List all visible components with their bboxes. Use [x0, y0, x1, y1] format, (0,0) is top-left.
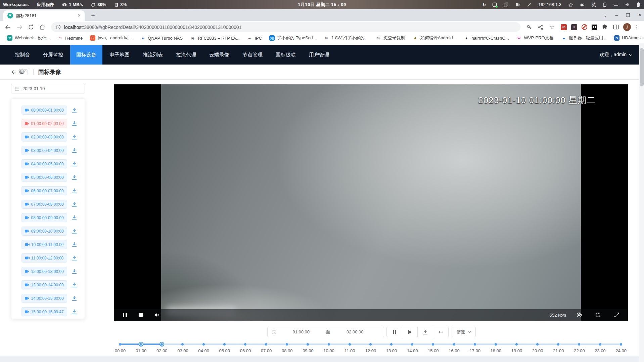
- tray-app-b-icon[interactable]: b: [480, 0, 488, 9]
- bookmark-item[interactable]: ≋ Webstack - 设计...: [4, 34, 53, 42]
- nav-tab[interactable]: 用户管理: [303, 45, 335, 65]
- tray-phone-icon[interactable]: [600, 0, 609, 9]
- window-restore-button[interactable]: ❐: [626, 12, 630, 18]
- net-speed-indicator[interactable]: 1 MB/s: [59, 0, 86, 9]
- nav-tab[interactable]: 分屏监控: [37, 45, 69, 65]
- fullscreen-button[interactable]: [611, 309, 623, 321]
- nav-tab[interactable]: 云端录像: [203, 45, 235, 65]
- player-mute-button[interactable]: [151, 309, 163, 321]
- download-record-button[interactable]: [72, 148, 77, 153]
- record-chip[interactable]: 01:00:00-02:00:00: [21, 119, 67, 128]
- bookmark-item[interactable]: N HDAtmos :: 种子 *...: [611, 34, 644, 42]
- bookmark-item[interactable]: ⊕ 1.8W字|了不起的...: [321, 34, 371, 42]
- record-chip[interactable]: 02:00:00-03:00:00: [21, 132, 67, 142]
- workspaces-button[interactable]: Workspaces: [0, 0, 32, 9]
- tray-notes-app-icon[interactable]: [490, 0, 500, 9]
- tab-close-icon[interactable]: ×: [76, 13, 82, 18]
- download-record-button[interactable]: [72, 269, 77, 274]
- new-tab-button[interactable]: +: [89, 11, 97, 20]
- password-key-icon[interactable]: [524, 23, 534, 32]
- download-record-button[interactable]: [72, 134, 77, 140]
- bookmark-item[interactable]: ◕ QNAP Turbo NAS: [137, 34, 186, 42]
- nav-tab[interactable]: 拉流代理: [170, 45, 202, 65]
- start-time-input[interactable]: 01:00:00: [276, 329, 326, 334]
- ip-address-indicator[interactable]: 192.168.1.3: [536, 0, 564, 9]
- download-record-button[interactable]: [72, 255, 77, 261]
- bookmark-item[interactable]: ◉ RFC2833 – RTP Ev...: [187, 34, 242, 42]
- applications-menu[interactable]: 应用程序: [34, 0, 57, 9]
- player-refresh-button[interactable]: [592, 309, 604, 321]
- blocker-extension-icon[interactable]: [582, 24, 587, 30]
- share-icon[interactable]: [536, 23, 545, 32]
- record-chip[interactable]: 14:00:00-15:00:00: [21, 294, 67, 303]
- battery-indicator[interactable]: [634, 0, 643, 9]
- back-button[interactable]: [3, 23, 13, 32]
- back-link[interactable]: 返回: [11, 69, 28, 75]
- user-menu[interactable]: 欢迎，admin: [600, 45, 633, 65]
- bookmark-item[interactable]: ☁ 服务器 - 轻量应用...: [558, 34, 610, 42]
- nav-tab[interactable]: 国标设备: [70, 45, 102, 65]
- forward-button[interactable]: [15, 23, 24, 32]
- nav-tab[interactable]: 推流列表: [137, 45, 169, 65]
- seek-back-button[interactable]: [433, 327, 449, 337]
- clock-date[interactable]: 1月10日 星期二 15：09: [298, 2, 346, 8]
- bookmark-item[interactable]: ⊕ 免登录复制: [373, 34, 408, 42]
- tray-volume-icon[interactable]: [623, 0, 633, 9]
- record-chip[interactable]: 08:00:00-09:00:00: [21, 213, 67, 222]
- tray-clipboard-icon[interactable]: [501, 0, 511, 9]
- download-record-button[interactable]: [72, 282, 77, 288]
- playback-speed-dropdown[interactable]: 倍速: [452, 327, 476, 337]
- bookmarks-overflow-chevron[interactable]: »: [629, 35, 637, 40]
- record-chip[interactable]: 06:00:00-07:00:00: [21, 186, 67, 195]
- profile-avatar[interactable]: J: [623, 23, 631, 31]
- record-chip[interactable]: 03:00:00-04:00:00: [21, 146, 67, 155]
- download-button[interactable]: [417, 327, 433, 337]
- record-chip[interactable]: 11:00:00-12:00:00: [21, 253, 67, 263]
- play-button[interactable]: [402, 327, 418, 337]
- download-record-button[interactable]: [72, 228, 77, 234]
- download-record-button[interactable]: [72, 161, 77, 167]
- window-close-button[interactable]: ×: [638, 12, 641, 18]
- video-surface[interactable]: [161, 84, 581, 321]
- download-record-button[interactable]: [72, 107, 77, 113]
- snapshot-button[interactable]: [573, 309, 585, 321]
- bookmark-item[interactable]: 知 了不起的 TypeScri...: [266, 34, 319, 42]
- download-record-button[interactable]: [72, 242, 77, 247]
- record-chip[interactable]: 12:00:00-13:00:00: [21, 267, 67, 276]
- download-record-button[interactable]: [72, 188, 77, 194]
- record-chip[interactable]: 04:00:00-05:00:00: [21, 159, 67, 168]
- record-chip[interactable]: 09:00:00-10:00:00: [21, 227, 67, 236]
- window-minimize-button[interactable]: –: [615, 12, 618, 18]
- bookmark-item[interactable]: ◠ Redmine: [54, 34, 86, 42]
- timeline-handle[interactable]: [139, 342, 143, 347]
- nav-tab[interactable]: 节点管理: [236, 45, 269, 65]
- nav-tab[interactable]: 国标级联: [270, 45, 302, 65]
- record-chip[interactable]: 05:00:00-06:00:00: [21, 173, 67, 182]
- address-bar[interactable]: localhost:38080/#/gbRecordDetail/3402000…: [51, 22, 520, 32]
- timeline-handle[interactable]: [159, 342, 164, 347]
- bookmark-item[interactable]: Ψ WVP-PRO文档: [513, 34, 557, 42]
- tab-search-chevron-icon[interactable]: ⌄: [603, 12, 607, 18]
- player-stop-button[interactable]: [135, 309, 147, 321]
- browser-menu-icon[interactable]: ⋮: [633, 24, 641, 30]
- download-record-button[interactable]: [72, 121, 77, 126]
- bookmark-item[interactable]: ♟ 如何编译Android...: [410, 34, 460, 42]
- reload-button[interactable]: [26, 23, 36, 32]
- bookmark-item[interactable]: ● hairrrrr/C-CrashC...: [461, 34, 512, 42]
- nav-tab[interactable]: 电子地图: [103, 45, 136, 65]
- end-time-input[interactable]: 02:00:00: [330, 329, 380, 334]
- input-method-indicator[interactable]: 英: [589, 0, 599, 9]
- download-record-button[interactable]: [72, 174, 77, 180]
- side-panel-icon[interactable]: [612, 23, 619, 32]
- dark-extension-icon[interactable]: ≡: [571, 24, 577, 30]
- record-chip[interactable]: 07:00:00-08:00:00: [21, 200, 67, 209]
- record-chip[interactable]: 00:00:00-01:00:00: [21, 106, 67, 115]
- tray-caffeine-cup-icon[interactable]: [512, 0, 523, 9]
- tray-display-icon[interactable]: [611, 0, 621, 9]
- page-info-icon[interactable]: [56, 25, 61, 30]
- memory-usage-indicator[interactable]: 8%: [111, 0, 130, 9]
- js-extension-icon[interactable]: JS: [561, 24, 567, 30]
- tray-windows-icon[interactable]: [577, 0, 588, 9]
- download-record-button[interactable]: [72, 215, 77, 220]
- record-chip[interactable]: 10:00:00-11:00:00: [21, 240, 67, 249]
